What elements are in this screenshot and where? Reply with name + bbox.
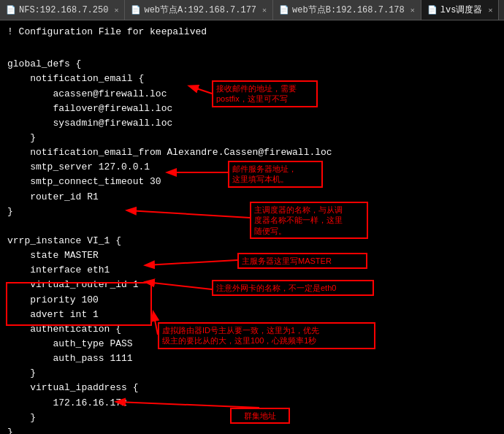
- annotation-email: 接收邮件的地址，需要postfix，这里可不写: [212, 80, 318, 107]
- tab-webb-label: web节点B:192.168.7.178: [292, 4, 405, 16]
- tab-lvs[interactable]: 📄 lvs调度器 ✕: [421, 0, 500, 20]
- tab-webb-icon: 📄: [279, 5, 289, 15]
- line-auth-pass: auth_pass 1111: [7, 351, 497, 366]
- tab-lvs-label: lvs调度器: [440, 4, 483, 16]
- line-notif-from: notification_email_from Alexandre.Cassen…: [7, 145, 497, 160]
- tab-nfs-close[interactable]: ✕: [114, 6, 118, 15]
- tab-lvs-close[interactable]: ✕: [488, 6, 492, 15]
- tab-weba-icon: 📄: [131, 5, 141, 15]
- content-area: ! Configuration File for keepalived glob…: [0, 20, 504, 434]
- tab-webb[interactable]: 📄 web节点B:192.168.7.178 ✕: [273, 0, 421, 20]
- line-vip-open: virtual_ipaddress {: [7, 381, 497, 395]
- tab-nfs-label: NFS:192.168.7.250: [19, 5, 108, 15]
- line-brace1: }: [7, 131, 497, 145]
- line-auth-close: }: [7, 366, 497, 381]
- annotation-eth: 注意外网卡的名称，不一定是eth0: [212, 280, 374, 296]
- line-email3: sysadmin@firewall.loc: [7, 116, 497, 131]
- line-brace3: }: [7, 425, 497, 434]
- tab-bar: 📄 NFS:192.168.7.250 ✕ 📄 web节点A:192.168.7…: [0, 0, 504, 20]
- line-global: global_defs {: [7, 57, 497, 72]
- code-title: ! Configuration File for keepalived: [7, 25, 497, 39]
- tab-weba-label: web节点A:192.168.7.177: [144, 4, 256, 16]
- tab-nfs-icon: 📄: [6, 5, 16, 15]
- tab-weba[interactable]: 📄 web节点A:192.168.7.177 ✕: [125, 0, 273, 20]
- tab-nfs[interactable]: 📄 NFS:192.168.7.250 ✕: [0, 0, 125, 20]
- annotation-routerid: 主调度器的名称，与从调度器名称不能一样，这里随便写。: [250, 202, 368, 239]
- tab-weba-close[interactable]: ✕: [262, 6, 267, 15]
- tab-lvs-icon: 📄: [427, 5, 438, 15]
- annotation-vip: 群集地址: [230, 408, 290, 424]
- annotation-vrid-priority: 虚拟路由器ID号主从要一致，这里为1，优先级主的要比从的大，这里100，心跳频率…: [158, 322, 375, 349]
- annotation-smtp: 邮件服务器地址，这里填写本机。: [228, 161, 323, 188]
- annotation-master: 主服务器这里写MASTER: [237, 253, 367, 269]
- line-blank1: [7, 42, 497, 57]
- highlight-vrid-priority-advert: [6, 282, 152, 326]
- tab-webb-close[interactable]: ✕: [411, 6, 415, 15]
